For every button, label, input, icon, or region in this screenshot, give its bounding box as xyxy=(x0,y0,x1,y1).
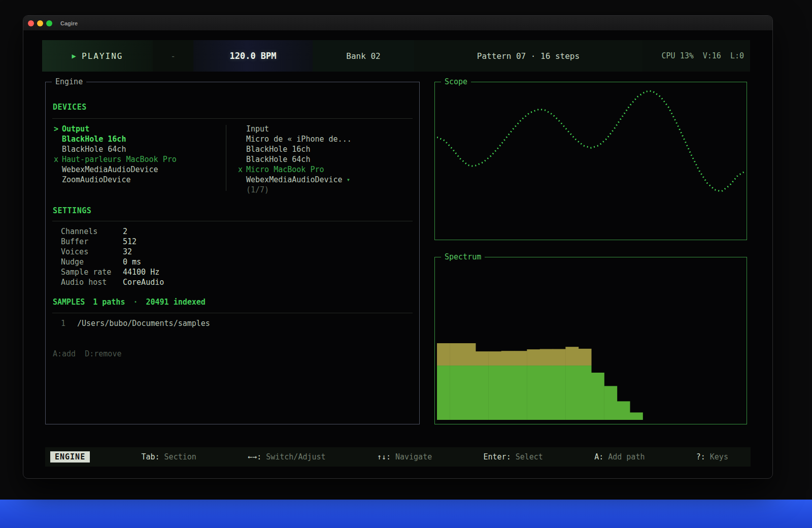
transport-state[interactable]: ▶ PLAYING xyxy=(42,40,153,72)
setting-label: Voices xyxy=(61,247,123,257)
device-label: WebexMediaAudioDevice xyxy=(62,164,158,175)
setting-value: 0 ms xyxy=(123,257,141,267)
bpm-display[interactable]: 120.0 BPM xyxy=(193,40,313,72)
transport-state-label: PLAYING xyxy=(82,51,123,61)
help-key: ?: xyxy=(696,452,705,461)
setting-row[interactable]: Channels 2 xyxy=(61,226,164,237)
input-column-header-row[interactable]: Input xyxy=(238,124,411,134)
mode-badge: ENGINE xyxy=(50,451,90,463)
device-label: BlackHole 64ch xyxy=(62,144,126,154)
device-columns-divider xyxy=(226,125,226,191)
help-key: Enter: xyxy=(484,452,511,461)
device-label: WebexMediaAudioDevice xyxy=(246,175,343,185)
help-key: A: xyxy=(594,452,603,461)
traffic-lights xyxy=(23,20,52,26)
engine-panel: Engine DEVICES > Output BlackHole 16ch B… xyxy=(45,82,420,424)
help-item-keys: ?: Keys xyxy=(696,452,728,461)
output-device-item[interactable]: WebexMediaAudioDevice xyxy=(54,164,222,175)
desktop-background-strip xyxy=(0,500,812,528)
output-device-item[interactable]: ZoomAudioDevice xyxy=(54,175,222,185)
active-device-marker: x xyxy=(54,154,62,164)
samples-hint: A:add D:remove xyxy=(53,349,121,358)
samples-section-header: SAMPLES xyxy=(53,298,85,307)
devices-divider xyxy=(52,118,413,119)
help-label: Add path xyxy=(608,452,645,461)
input-pager-row: (1/7) xyxy=(238,185,411,195)
help-item-switch: ←→: Switch/Adjust xyxy=(248,452,326,461)
spectrum-panel-title: Spectrum xyxy=(441,252,485,261)
output-column-header-row[interactable]: > Output xyxy=(54,124,222,134)
sample-path: /Users/bubo/Documents/samples xyxy=(77,319,210,328)
help-item-navigate: ↑↓: Navigate xyxy=(377,452,432,461)
sample-path-row[interactable]: 1 /Users/bubo/Documents/samples xyxy=(61,319,210,328)
input-device-item[interactable]: Micro de « iPhone de... xyxy=(238,134,411,144)
help-key: ↑↓: xyxy=(377,452,391,461)
settings-list: Channels 2 Buffer 512 Voices 32 Nudge 0 … xyxy=(61,226,164,287)
app-window: Cagire ▶ PLAYING - 120.0 BPM Bank 02 Pat… xyxy=(23,15,773,479)
device-label: Micro MacBook Pro xyxy=(246,164,324,175)
pattern-value: Pattern 07 · 16 steps xyxy=(477,51,580,61)
play-icon: ▶ xyxy=(72,52,76,60)
input-device-list: Input Micro de « iPhone de... BlackHole … xyxy=(238,124,411,195)
setting-value: 512 xyxy=(123,237,137,247)
device-label: BlackHole 16ch xyxy=(62,134,126,144)
transport-stats: CPU 13% V:16 L:0 xyxy=(642,40,750,72)
input-device-item[interactable]: x Micro MacBook Pro xyxy=(238,164,411,175)
samples-header-row: SAMPLES 1 paths · 20491 indexed xyxy=(53,298,206,307)
pattern-display[interactable]: Pattern 07 · 16 steps xyxy=(414,40,642,72)
input-column-header: Input xyxy=(246,124,269,134)
setting-label: Nudge xyxy=(61,257,123,267)
samples-indexed-count: 20491 indexed xyxy=(146,298,205,307)
bank-value: Bank 02 xyxy=(346,51,380,61)
device-label: BlackHole 16ch xyxy=(246,144,310,154)
transport-dash: - xyxy=(153,40,193,72)
input-device-item[interactable]: BlackHole 64ch xyxy=(238,154,411,164)
device-label: Haut-parleurs MacBook Pro xyxy=(62,154,177,164)
setting-row[interactable]: Sample rate 44100 Hz xyxy=(61,267,164,277)
setting-row[interactable]: Nudge 0 ms xyxy=(61,257,164,267)
samples-paths-count: 1 paths xyxy=(93,298,125,307)
cursor-icon: > xyxy=(54,124,62,134)
scope-panel-title: Scope xyxy=(441,77,471,86)
setting-label: Sample rate xyxy=(61,267,123,277)
help-key: Tab: xyxy=(141,452,159,461)
output-device-item[interactable]: BlackHole 16ch xyxy=(54,134,222,144)
scope-panel: Scope xyxy=(434,82,747,240)
output-device-item[interactable]: BlackHole 64ch xyxy=(54,144,222,154)
help-key: ←→: xyxy=(248,452,261,461)
setting-value: 44100 Hz xyxy=(123,267,159,277)
latency-stat: L:0 xyxy=(730,51,744,60)
settings-section-header: SETTINGS xyxy=(53,206,91,215)
bpm-value: 120.0 BPM xyxy=(229,51,276,61)
setting-label: Channels xyxy=(61,226,123,237)
device-label: ZoomAudioDevice xyxy=(62,175,130,185)
settings-divider xyxy=(52,221,413,221)
input-level-icon: ▾ xyxy=(347,175,350,185)
help-item-select: Enter: Select xyxy=(484,452,543,461)
window-minimize-button[interactable] xyxy=(37,20,43,26)
help-label: Switch/Adjust xyxy=(266,452,325,461)
input-pager: (1/7) xyxy=(246,185,269,195)
help-label: Select xyxy=(516,452,543,461)
setting-row[interactable]: Buffer 512 xyxy=(61,237,164,247)
bank-display[interactable]: Bank 02 xyxy=(313,40,414,72)
setting-label: Buffer xyxy=(61,237,123,247)
help-item-add-path: A: Add path xyxy=(594,452,645,461)
window-close-button[interactable] xyxy=(28,20,34,26)
scope-waveform xyxy=(437,87,746,239)
device-label: BlackHole 64ch xyxy=(246,154,310,164)
output-device-item[interactable]: x Haut-parleurs MacBook Pro xyxy=(54,154,222,164)
spectrum-bars xyxy=(437,262,746,420)
setting-row[interactable]: Voices 32 xyxy=(61,247,164,257)
help-label: Section xyxy=(164,452,196,461)
setting-value: CoreAudio xyxy=(123,277,164,287)
input-device-item[interactable]: WebexMediaAudioDevice ▾ xyxy=(238,175,411,185)
window-zoom-button[interactable] xyxy=(46,20,52,26)
output-device-list: > Output BlackHole 16ch BlackHole 64ch x… xyxy=(54,124,222,185)
help-label: Keys xyxy=(710,452,728,461)
setting-row[interactable]: Audio host CoreAudio xyxy=(61,277,164,287)
device-label: Micro de « iPhone de... xyxy=(246,134,352,144)
transport-bar: ▶ PLAYING - 120.0 BPM Bank 02 Pattern 07… xyxy=(42,40,750,72)
setting-value: 2 xyxy=(123,226,127,237)
input-device-item[interactable]: BlackHole 16ch xyxy=(238,144,411,154)
